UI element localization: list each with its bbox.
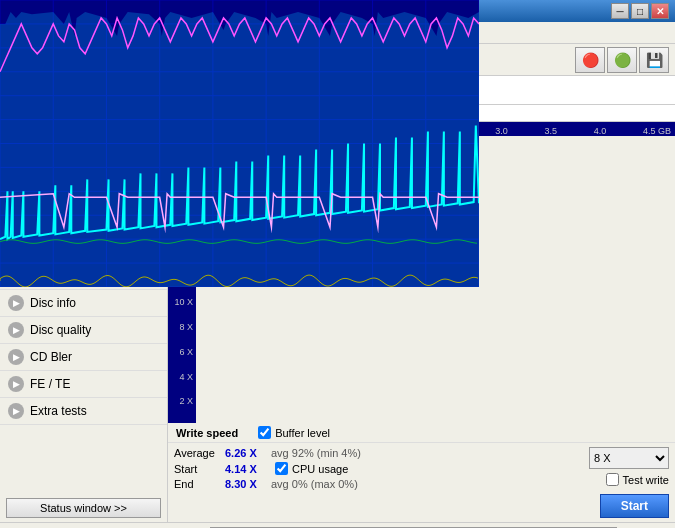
y-label-4: 4 X bbox=[168, 372, 196, 382]
nav-icon-disc-quality: ▶ bbox=[8, 322, 24, 338]
chart-wrapper: 24 X 22 X 20 X 18 X 16 X 14 X 12 X 10 X … bbox=[168, 122, 675, 423]
nav-icon-cd-bler: ▶ bbox=[8, 349, 24, 365]
end-extra: avg 0% (max 0%) bbox=[271, 478, 358, 490]
buffer-level-checkbox[interactable] bbox=[258, 426, 271, 439]
x-label-35: 3.5 bbox=[545, 126, 558, 136]
test-write-row: Test write bbox=[606, 473, 669, 486]
buffer-level-row: Buffer level bbox=[258, 426, 330, 439]
status-bar: Test completed 0.0% 10:02 bbox=[0, 522, 675, 528]
disc-info-button[interactable]: 🔴 bbox=[575, 47, 605, 73]
average-label: Average bbox=[174, 447, 219, 459]
main-layout: Disc ↺ Type DVD-R MID TYG03 Length 4.38 … bbox=[0, 76, 675, 522]
chart-right: 0.0 0.5 1.0 1.5 2.0 2.5 3.0 3.5 4.0 4.5 … bbox=[196, 122, 675, 423]
stats-left: Average 6.26 X avg 92% (min 4%) Start 4.… bbox=[174, 447, 559, 518]
minimize-button[interactable]: ─ bbox=[611, 3, 629, 19]
y-label-10: 10 X bbox=[168, 297, 196, 307]
y-label-6: 6 X bbox=[168, 347, 196, 357]
end-label: End bbox=[174, 478, 219, 490]
save-button[interactable]: 💾 bbox=[639, 47, 669, 73]
x-label-40: 4.0 bbox=[594, 126, 607, 136]
write-speed-label: Write speed bbox=[176, 427, 238, 439]
nav-disc-quality[interactable]: ▶ Disc quality bbox=[0, 317, 167, 344]
x-label-30: 3.0 bbox=[495, 126, 508, 136]
average-row: Average 6.26 X avg 92% (min 4%) bbox=[174, 447, 559, 459]
nav-cd-bler[interactable]: ▶ CD Bler bbox=[0, 344, 167, 371]
nav-label-cd-bler: CD Bler bbox=[30, 350, 72, 364]
start-value: 4.14 X bbox=[225, 463, 265, 475]
end-value: 8.30 X bbox=[225, 478, 265, 490]
end-row: End 8.30 X avg 0% (max 0%) bbox=[174, 478, 559, 490]
nav-icon-extra-tests: ▶ bbox=[8, 403, 24, 419]
content-area: 📀 Create test disc Write speed RPM Buffe… bbox=[168, 76, 675, 522]
start-button[interactable]: Start bbox=[600, 494, 669, 518]
test-write-checkbox[interactable] bbox=[606, 473, 619, 486]
stats-and-controls: Average 6.26 X avg 92% (min 4%) Start 4.… bbox=[168, 443, 675, 522]
write-speed-dropdown[interactable]: 8 X 4 X 16 X bbox=[589, 447, 669, 469]
cpu-usage-row: CPU usage bbox=[275, 462, 348, 475]
close-button[interactable]: ✕ bbox=[651, 3, 669, 19]
start-row: Start 4.14 X CPU usage bbox=[174, 462, 559, 475]
nav-label-extra-tests: Extra tests bbox=[30, 404, 87, 418]
maximize-button[interactable]: □ bbox=[631, 3, 649, 19]
status-window-button[interactable]: Status window >> bbox=[6, 498, 161, 518]
average-value: 6.26 X bbox=[225, 447, 265, 459]
bottom-area: Write speed Buffer level Average 6.26 X … bbox=[168, 423, 675, 522]
nav-disc-info[interactable]: ▶ Disc info bbox=[0, 290, 167, 317]
average-extra: avg 92% (min 4%) bbox=[271, 447, 361, 459]
nav-extra-tests[interactable]: ▶ Extra tests bbox=[0, 398, 167, 425]
controls-right: 8 X 4 X 16 X Test write Start bbox=[559, 447, 669, 518]
burn-button[interactable]: 🟢 bbox=[607, 47, 637, 73]
nav-label-disc-info: Disc info bbox=[30, 296, 76, 310]
cpu-usage-checkbox[interactable] bbox=[275, 462, 288, 475]
nav-fe-te[interactable]: ▶ FE / TE bbox=[0, 371, 167, 398]
y-label-2: 2 X bbox=[168, 396, 196, 406]
x-label-45: 4.5 GB bbox=[643, 126, 671, 136]
test-write-label: Test write bbox=[623, 474, 669, 486]
chart-canvas bbox=[168, 122, 479, 287]
nav-icon-fe-te: ▶ bbox=[8, 376, 24, 392]
buffer-level-label: Buffer level bbox=[275, 427, 330, 439]
y-label-8: 8 X bbox=[168, 322, 196, 332]
cpu-usage-label: CPU usage bbox=[292, 463, 348, 475]
nav-icon-disc-info: ▶ bbox=[8, 295, 24, 311]
nav-label-disc-quality: Disc quality bbox=[30, 323, 91, 337]
start-label: Start bbox=[174, 463, 219, 475]
nav-label-fe-te: FE / TE bbox=[30, 377, 70, 391]
